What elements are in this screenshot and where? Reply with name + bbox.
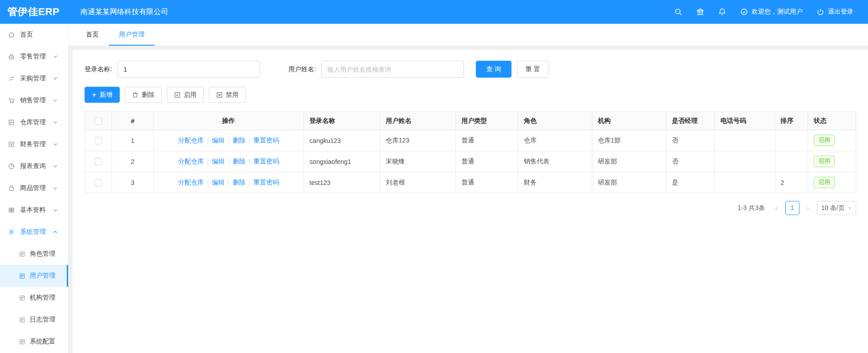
assign-warehouse-link[interactable]: 分配仓库 bbox=[178, 179, 204, 186]
sidebar-subitem-log[interactable]: 日志管理 bbox=[0, 309, 68, 331]
user-name-input[interactable] bbox=[321, 61, 464, 78]
checkbox-x-icon bbox=[216, 92, 223, 98]
filter-row: 登录名称: 用户姓名: 查 询 重 置 bbox=[85, 61, 856, 78]
sidebar-item-goods[interactable]: 商品管理 bbox=[0, 177, 68, 199]
prev-page-icon[interactable]: ‹ bbox=[772, 204, 781, 212]
col-type: 用户类型 bbox=[456, 112, 518, 130]
search-button[interactable]: 查 询 bbox=[476, 61, 511, 78]
doc-icon bbox=[19, 273, 26, 279]
status-badge: 启用 bbox=[814, 177, 835, 188]
disable-button[interactable]: 禁用 bbox=[209, 87, 246, 103]
row-actions: 分配仓库|编辑|删除|重置密码 bbox=[154, 172, 304, 193]
delete-link[interactable]: 删除 bbox=[233, 158, 245, 165]
chevron-down-icon bbox=[53, 164, 58, 169]
sidebar-item-home[interactable]: 首页 bbox=[0, 24, 68, 46]
chevron-down-icon bbox=[53, 54, 58, 59]
reset-password-link[interactable]: 重置密码 bbox=[254, 179, 279, 186]
sidebar-item-purchase[interactable]: 采购管理 bbox=[0, 68, 68, 90]
table-row: 3 分配仓库|编辑|删除|重置密码 test123 刘老根 普通 财务 研发部 … bbox=[85, 172, 856, 193]
page-size-select[interactable]: 10 条/页 ∨ bbox=[817, 201, 856, 215]
tab-home[interactable]: 首页 bbox=[76, 24, 109, 46]
login-name-input[interactable] bbox=[117, 61, 260, 78]
sidebar-subitem-role[interactable]: 角色管理 bbox=[0, 243, 68, 265]
toolbar: + 新增 删除 启用 禁用 bbox=[85, 87, 856, 103]
row-checkbox[interactable] bbox=[95, 137, 102, 144]
page-number-button[interactable]: 1 bbox=[785, 201, 799, 215]
logout-button[interactable]: 退出登录 bbox=[816, 8, 853, 16]
welcome-user[interactable]: 欢迎您，测试用户 bbox=[740, 8, 803, 16]
table-row: 2 分配仓库|编辑|删除|重置密码 songxiaofeng1 宋晓锋 普通 销… bbox=[85, 151, 856, 172]
cell-login: songxiaofeng1 bbox=[304, 151, 380, 172]
tab-user-management[interactable]: 用户管理 bbox=[109, 24, 154, 46]
edit-link[interactable]: 编辑 bbox=[212, 137, 224, 144]
sidebar-item-report[interactable]: 报表查询 bbox=[0, 155, 68, 177]
col-login: 登录名称 bbox=[304, 112, 380, 130]
chevron-down-icon bbox=[53, 186, 58, 190]
sidebar-item-warehouse[interactable]: 仓库管理 bbox=[0, 111, 68, 133]
pagination-total: 1-3 共3条 bbox=[738, 204, 765, 212]
sidebar-subitem-user[interactable]: 用户管理 bbox=[0, 265, 68, 287]
delete-link[interactable]: 删除 bbox=[233, 179, 245, 186]
sidebar-item-system[interactable]: 系统管理 bbox=[0, 221, 68, 243]
trash-icon bbox=[132, 92, 138, 98]
sidebar-subitem-config[interactable]: 系统配置 bbox=[0, 331, 68, 353]
chevron-down-icon bbox=[53, 120, 58, 125]
doc-icon bbox=[19, 316, 26, 323]
cell-phone bbox=[715, 172, 775, 193]
select-all-checkbox[interactable] bbox=[95, 117, 102, 125]
sales-cart-icon bbox=[8, 97, 15, 104]
main-area: 首页 用户管理 登录名称: 用户姓名: 查 询 重 置 + 新增 bbox=[69, 24, 868, 353]
sidebar-item-basic[interactable]: 基本资料 bbox=[0, 199, 68, 221]
col-name: 用户姓名 bbox=[380, 112, 456, 130]
col-role: 角色 bbox=[518, 112, 592, 130]
cell-org: 研发部 bbox=[592, 151, 666, 172]
delete-button[interactable]: 删除 bbox=[125, 87, 162, 103]
chevron-down-icon bbox=[53, 142, 58, 147]
next-page-icon[interactable]: › bbox=[804, 204, 813, 212]
enable-button[interactable]: 启用 bbox=[167, 87, 204, 103]
chevron-down-icon bbox=[53, 208, 58, 212]
chevron-down-icon bbox=[53, 76, 58, 81]
delete-link[interactable]: 删除 bbox=[233, 137, 245, 144]
reset-password-link[interactable]: 重置密码 bbox=[254, 158, 279, 165]
edit-link[interactable]: 编辑 bbox=[212, 158, 224, 165]
row-checkbox[interactable] bbox=[95, 158, 102, 165]
user-table: # 操作 登录名称 用户姓名 用户类型 角色 机构 是否经理 电话号码 排序 状… bbox=[85, 111, 856, 193]
reset-password-link[interactable]: 重置密码 bbox=[254, 137, 279, 144]
bank-icon[interactable] bbox=[696, 8, 704, 16]
retail-icon bbox=[8, 53, 15, 60]
sidebar-item-finance[interactable]: 财务管理 bbox=[0, 133, 68, 155]
welcome-text: 欢迎您，测试用户 bbox=[751, 8, 803, 16]
checkbox-check-icon bbox=[174, 92, 181, 98]
col-index: # bbox=[112, 112, 154, 130]
status-badge: 启用 bbox=[814, 156, 835, 167]
assign-warehouse-link[interactable]: 分配仓库 bbox=[178, 158, 204, 165]
bell-icon[interactable] bbox=[718, 8, 726, 16]
sidebar-subitem-org[interactable]: 机构管理 bbox=[0, 287, 68, 309]
sidebar-item-retail[interactable]: 零售管理 bbox=[0, 46, 68, 68]
cell-manager: 否 bbox=[666, 130, 714, 151]
content-panel: 登录名称: 用户姓名: 查 询 重 置 + 新增 删除 bbox=[73, 50, 868, 353]
plus-icon: + bbox=[92, 91, 96, 99]
pagination: 1-3 共3条 ‹ 1 › 10 条/页 ∨ bbox=[85, 201, 856, 215]
table-header-row: # 操作 登录名称 用户姓名 用户类型 角色 机构 是否经理 电话号码 排序 状… bbox=[85, 112, 856, 130]
sidebar-item-sales[interactable]: 销售管理 bbox=[0, 90, 68, 111]
doc-icon bbox=[19, 295, 26, 301]
home-icon bbox=[8, 31, 15, 38]
chevron-up-icon bbox=[53, 230, 58, 234]
basic-grid-icon bbox=[8, 206, 15, 214]
status-badge: 启用 bbox=[814, 135, 835, 146]
cell-name: 宋晓锋 bbox=[380, 151, 456, 172]
logout-power-icon bbox=[816, 8, 825, 16]
search-icon[interactable] bbox=[674, 8, 682, 16]
topbar-actions: 欢迎您，测试用户 退出登录 bbox=[674, 8, 868, 16]
reset-button[interactable]: 重 置 bbox=[517, 61, 549, 78]
add-button[interactable]: + 新增 bbox=[85, 87, 120, 103]
user-name-label: 用户姓名: bbox=[288, 65, 316, 74]
welcome-check-icon bbox=[740, 8, 748, 16]
cell-role: 仓库 bbox=[518, 130, 592, 151]
row-checkbox[interactable] bbox=[95, 179, 102, 186]
col-actions: 操作 bbox=[154, 112, 304, 130]
assign-warehouse-link[interactable]: 分配仓库 bbox=[178, 137, 204, 144]
edit-link[interactable]: 编辑 bbox=[212, 179, 224, 186]
